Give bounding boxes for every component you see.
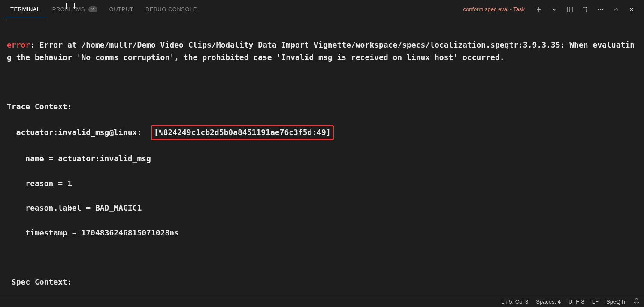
- terminal-dropdown-icon[interactable]: [550, 5, 559, 14]
- new-terminal-button[interactable]: [534, 5, 544, 14]
- problems-count-badge: 2: [88, 6, 97, 12]
- trace-line: actuator:invalid_msg@linux: [%824249c1cb…: [7, 125, 637, 140]
- panel-tabs: TERMINAL PROBLEMS 2 OUTPUT DEBUG CONSOLE: [4, 1, 203, 18]
- status-encoding[interactable]: UTF-8: [568, 298, 584, 305]
- tab-debug-console[interactable]: DEBUG CONSOLE: [139, 1, 203, 18]
- maximize-panel-button[interactable]: [611, 5, 621, 14]
- error-message: : Error at /home/mullr/Demo Video Clips/…: [7, 40, 635, 62]
- trace-prefix: actuator:invalid_msg@linux:: [7, 128, 151, 137]
- split-terminal-button[interactable]: [565, 5, 574, 14]
- attr-name: name = actuator:invalid_msg: [7, 153, 637, 165]
- tab-terminal[interactable]: TERMINAL: [4, 1, 46, 18]
- task-name: conform spec eval - Task: [463, 6, 525, 12]
- status-spaces[interactable]: Spaces: 4: [536, 298, 561, 305]
- panel-actions: conform spec eval - Task: [460, 5, 640, 14]
- error-label: error: [7, 40, 30, 49]
- error-line: error: Error at /home/mullr/Demo Video C…: [7, 39, 637, 64]
- text-cursor-indicator: [66, 3, 75, 9]
- status-bar: Ln 5, Col 3 Spaces: 4 UTF-8 LF SpeQTr: [0, 296, 644, 307]
- trace-context-header: Trace Context:: [7, 101, 637, 113]
- terminal-output[interactable]: error: Error at /home/mullr/Demo Video C…: [0, 19, 644, 307]
- attr-reason-label: reason.label = BAD_MAGIC1: [7, 202, 637, 214]
- trace-id-highlight: [%824249c1cb2d5b0a8451191ae76c3f5d:49]: [151, 125, 334, 140]
- kill-terminal-button[interactable]: [581, 5, 590, 14]
- terminal-task-label[interactable]: conform spec eval - Task: [460, 6, 528, 12]
- attr-reason: reason = 1: [7, 178, 637, 190]
- more-actions-button[interactable]: [596, 5, 605, 14]
- notifications-icon[interactable]: [633, 298, 640, 306]
- close-panel-button[interactable]: [627, 5, 636, 14]
- svg-point-5: [602, 9, 604, 10]
- tab-problems[interactable]: PROBLEMS 2: [46, 1, 103, 18]
- attr-timestamp: timestamp = 1704836246815071028ns: [7, 227, 637, 239]
- status-language[interactable]: SpeQTr: [606, 298, 626, 305]
- tab-output[interactable]: OUTPUT: [103, 1, 139, 18]
- spec-context-header: Spec Context:: [7, 276, 637, 289]
- status-position[interactable]: Ln 5, Col 3: [501, 298, 528, 305]
- svg-point-4: [600, 9, 602, 10]
- status-eol[interactable]: LF: [592, 298, 599, 305]
- panel-header: TERMINAL PROBLEMS 2 OUTPUT DEBUG CONSOLE…: [0, 0, 644, 19]
- svg-point-3: [598, 9, 599, 10]
